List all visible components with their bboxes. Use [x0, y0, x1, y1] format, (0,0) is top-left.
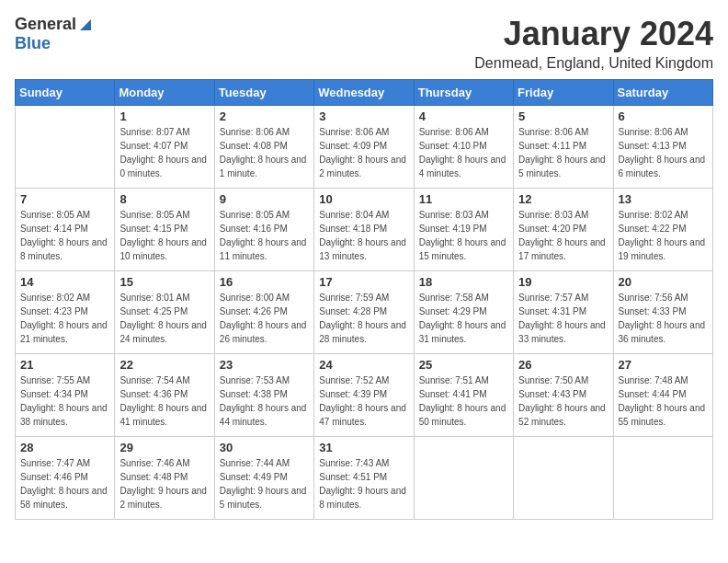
week-row-2: 7Sunrise: 8:05 AMSunset: 4:14 PMDaylight…: [16, 189, 713, 271]
day-number: 4: [419, 109, 508, 123]
day-number: 31: [319, 441, 408, 454]
logo-triangle-icon: [78, 17, 93, 32]
day-detail: Sunrise: 8:06 AMSunset: 4:13 PMDaylight:…: [619, 125, 708, 180]
location-title: Denmead, England, United Kingdom: [474, 55, 713, 72]
day-detail: Sunrise: 8:04 AMSunset: 4:18 PMDaylight:…: [319, 208, 408, 263]
day-number: 7: [20, 192, 109, 206]
weekday-header-row: SundayMondayTuesdayWednesdayThursdayFrid…: [16, 80, 713, 106]
calendar-cell: 11Sunrise: 8:03 AMSunset: 4:19 PMDayligh…: [414, 189, 513, 271]
weekday-header-thursday: Thursday: [414, 80, 513, 106]
day-detail: Sunrise: 8:06 AMSunset: 4:09 PMDaylight:…: [319, 125, 408, 180]
calendar-cell: 8Sunrise: 8:05 AMSunset: 4:15 PMDaylight…: [115, 189, 214, 271]
day-number: 30: [220, 441, 309, 454]
day-detail: Sunrise: 7:51 AMSunset: 4:41 PMDaylight:…: [419, 373, 508, 429]
day-detail: Sunrise: 7:59 AMSunset: 4:28 PMDaylight:…: [319, 291, 408, 346]
day-detail: Sunrise: 8:03 AMSunset: 4:20 PMDaylight:…: [518, 208, 608, 263]
calendar-cell: 1Sunrise: 8:07 AMSunset: 4:07 PMDaylight…: [115, 106, 214, 189]
day-detail: Sunrise: 7:55 AMSunset: 4:34 PMDaylight:…: [20, 373, 109, 429]
day-number: 13: [619, 192, 708, 206]
day-detail: Sunrise: 7:58 AMSunset: 4:29 PMDaylight:…: [419, 291, 508, 346]
day-detail: Sunrise: 8:05 AMSunset: 4:14 PMDaylight:…: [20, 208, 109, 263]
day-number: 18: [419, 275, 508, 289]
weekday-header-monday: Monday: [115, 80, 214, 106]
weekday-header-saturday: Saturday: [613, 80, 712, 106]
calendar-cell: 17Sunrise: 7:59 AMSunset: 4:28 PMDayligh…: [314, 271, 414, 354]
calendar-cell: 29Sunrise: 7:46 AMSunset: 4:48 PMDayligh…: [115, 437, 214, 520]
day-number: 9: [220, 192, 309, 206]
day-detail: Sunrise: 7:50 AMSunset: 4:43 PMDaylight:…: [518, 373, 608, 429]
day-number: 27: [619, 358, 708, 372]
calendar-cell: 26Sunrise: 7:50 AMSunset: 4:43 PMDayligh…: [514, 354, 613, 437]
day-number: 1: [119, 109, 209, 123]
day-number: 21: [20, 358, 109, 372]
day-detail: Sunrise: 7:56 AMSunset: 4:33 PMDaylight:…: [619, 291, 708, 346]
day-number: 12: [518, 192, 608, 206]
calendar-cell: [16, 106, 115, 189]
calendar-cell: 10Sunrise: 8:04 AMSunset: 4:18 PMDayligh…: [314, 189, 414, 271]
day-detail: Sunrise: 8:06 AMSunset: 4:08 PMDaylight:…: [220, 125, 309, 180]
calendar-cell: 15Sunrise: 8:01 AMSunset: 4:25 PMDayligh…: [115, 271, 214, 354]
day-number: 17: [319, 275, 408, 289]
calendar-table: SundayMondayTuesdayWednesdayThursdayFrid…: [15, 79, 713, 520]
day-detail: Sunrise: 7:54 AMSunset: 4:36 PMDaylight:…: [119, 373, 209, 429]
day-detail: Sunrise: 8:03 AMSunset: 4:19 PMDaylight:…: [419, 208, 508, 263]
calendar-cell: [414, 437, 513, 520]
calendar-cell: 18Sunrise: 7:58 AMSunset: 4:29 PMDayligh…: [414, 271, 513, 354]
day-number: 10: [319, 192, 408, 206]
day-detail: Sunrise: 8:02 AMSunset: 4:23 PMDaylight:…: [20, 291, 109, 346]
day-detail: Sunrise: 7:53 AMSunset: 4:38 PMDaylight:…: [220, 373, 309, 429]
week-row-1: 1Sunrise: 8:07 AMSunset: 4:07 PMDaylight…: [16, 106, 713, 189]
day-number: 29: [119, 441, 209, 454]
day-number: 6: [619, 109, 708, 123]
week-row-4: 21Sunrise: 7:55 AMSunset: 4:34 PMDayligh…: [16, 354, 713, 437]
day-detail: Sunrise: 7:44 AMSunset: 4:49 PMDaylight:…: [220, 456, 309, 511]
day-number: 5: [518, 109, 608, 123]
calendar-cell: [514, 437, 613, 520]
day-detail: Sunrise: 8:00 AMSunset: 4:26 PMDaylight:…: [220, 291, 309, 346]
calendar-cell: [613, 437, 712, 520]
calendar-cell: 27Sunrise: 7:48 AMSunset: 4:44 PMDayligh…: [613, 354, 712, 437]
day-detail: Sunrise: 8:05 AMSunset: 4:16 PMDaylight:…: [220, 208, 309, 263]
calendar-cell: 4Sunrise: 8:06 AMSunset: 4:10 PMDaylight…: [414, 106, 513, 189]
day-detail: Sunrise: 7:43 AMSunset: 4:51 PMDaylight:…: [319, 456, 408, 511]
day-number: 25: [419, 358, 508, 372]
calendar-cell: 6Sunrise: 8:06 AMSunset: 4:13 PMDaylight…: [613, 106, 712, 189]
calendar-cell: 5Sunrise: 8:06 AMSunset: 4:11 PMDaylight…: [514, 106, 613, 189]
weekday-header-sunday: Sunday: [16, 80, 115, 106]
day-detail: Sunrise: 8:05 AMSunset: 4:15 PMDaylight:…: [119, 208, 209, 263]
day-number: 14: [20, 275, 109, 289]
day-detail: Sunrise: 7:57 AMSunset: 4:31 PMDaylight:…: [518, 291, 608, 346]
calendar-cell: 14Sunrise: 8:02 AMSunset: 4:23 PMDayligh…: [16, 271, 115, 354]
calendar-cell: 30Sunrise: 7:44 AMSunset: 4:49 PMDayligh…: [214, 437, 313, 520]
weekday-header-wednesday: Wednesday: [314, 80, 414, 106]
day-number: 15: [119, 275, 209, 289]
calendar-cell: 31Sunrise: 7:43 AMSunset: 4:51 PMDayligh…: [314, 437, 414, 520]
day-number: 26: [518, 358, 608, 372]
calendar-cell: 9Sunrise: 8:05 AMSunset: 4:16 PMDaylight…: [214, 189, 313, 271]
day-number: 8: [119, 192, 209, 206]
calendar-cell: 2Sunrise: 8:06 AMSunset: 4:08 PMDaylight…: [214, 106, 313, 189]
calendar-cell: 23Sunrise: 7:53 AMSunset: 4:38 PMDayligh…: [214, 354, 313, 437]
day-detail: Sunrise: 8:06 AMSunset: 4:11 PMDaylight:…: [518, 125, 608, 180]
day-number: 3: [319, 109, 408, 123]
day-number: 22: [119, 358, 209, 372]
calendar-cell: 21Sunrise: 7:55 AMSunset: 4:34 PMDayligh…: [16, 354, 115, 437]
day-detail: Sunrise: 8:02 AMSunset: 4:22 PMDaylight:…: [619, 208, 708, 263]
calendar-cell: 25Sunrise: 7:51 AMSunset: 4:41 PMDayligh…: [414, 354, 513, 437]
logo-general-text: General: [15, 15, 76, 34]
day-number: 11: [419, 192, 508, 206]
title-area: January 2024 Denmead, England, United Ki…: [474, 15, 713, 72]
weekday-header-tuesday: Tuesday: [214, 80, 313, 106]
day-detail: Sunrise: 7:48 AMSunset: 4:44 PMDaylight:…: [619, 373, 708, 429]
day-detail: Sunrise: 7:52 AMSunset: 4:39 PMDaylight:…: [319, 373, 408, 429]
week-row-3: 14Sunrise: 8:02 AMSunset: 4:23 PMDayligh…: [16, 271, 713, 354]
day-number: 23: [220, 358, 309, 372]
day-number: 19: [518, 275, 608, 289]
day-detail: Sunrise: 8:01 AMSunset: 4:25 PMDaylight:…: [119, 291, 209, 346]
calendar-cell: 28Sunrise: 7:47 AMSunset: 4:46 PMDayligh…: [16, 437, 115, 520]
header: General Blue January 2024 Denmead, Engla…: [15, 15, 713, 72]
svg-marker-0: [80, 19, 91, 30]
day-number: 16: [220, 275, 309, 289]
calendar-cell: 22Sunrise: 7:54 AMSunset: 4:36 PMDayligh…: [115, 354, 214, 437]
calendar-cell: 20Sunrise: 7:56 AMSunset: 4:33 PMDayligh…: [613, 271, 712, 354]
